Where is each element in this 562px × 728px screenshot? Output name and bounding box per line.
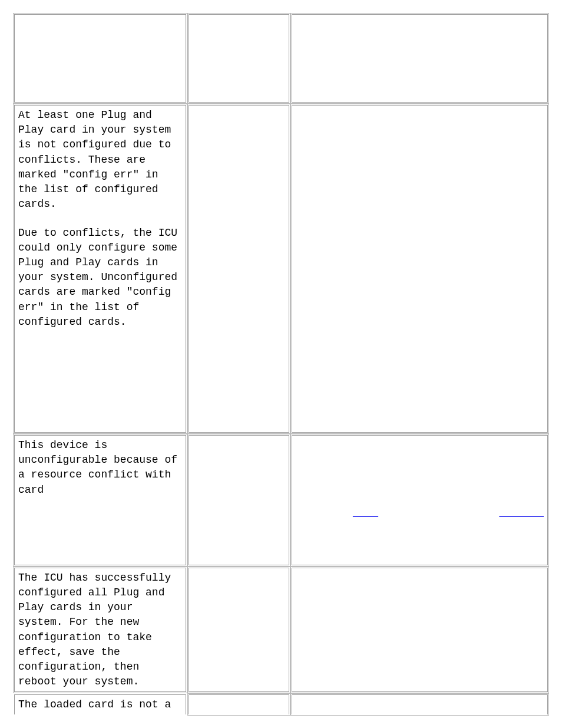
- message-cell: This device is unconfigurable because of…: [14, 435, 186, 565]
- message-cell: The ICU has successfully configured all …: [14, 568, 186, 693]
- cell-col2: [189, 105, 289, 433]
- message-paragraph: Due to conflicts, the ICU could only con…: [18, 226, 182, 330]
- table-row: The loaded card is not a: [14, 694, 548, 714]
- table-row: [14, 14, 548, 103]
- table-row: At least one Plug and Play card in your …: [14, 105, 548, 433]
- cell-col3: [292, 694, 548, 714]
- message-cell: The loaded card is not a: [14, 694, 186, 714]
- link-2[interactable]: [499, 507, 544, 519]
- message-cell: [14, 14, 186, 103]
- cell-col2: [189, 694, 289, 714]
- cell-col2: [189, 568, 289, 693]
- link-1[interactable]: [353, 507, 378, 519]
- cell-col2: [189, 435, 289, 565]
- cell-col2: [189, 14, 289, 103]
- message-paragraph: The loaded card is not a: [18, 697, 182, 712]
- message-paragraph: The ICU has successfully configured all …: [18, 571, 182, 690]
- cell-col3: xxxxxxxxx xxxxxxxxxxxxxxxxxxx: [292, 435, 548, 565]
- cell-col3: [292, 568, 548, 693]
- message-cell: At least one Plug and Play card in your …: [14, 105, 186, 433]
- cell-col3: [292, 14, 548, 103]
- message-table: At least one Plug and Play card in your …: [12, 12, 550, 717]
- cell-col3: [292, 105, 548, 433]
- table-row: The ICU has successfully configured all …: [14, 568, 548, 693]
- table-row: This device is unconfigurable because of…: [14, 435, 548, 565]
- message-paragraph: This device is unconfigurable because of…: [18, 438, 182, 498]
- message-paragraph: At least one Plug and Play card in your …: [18, 108, 182, 212]
